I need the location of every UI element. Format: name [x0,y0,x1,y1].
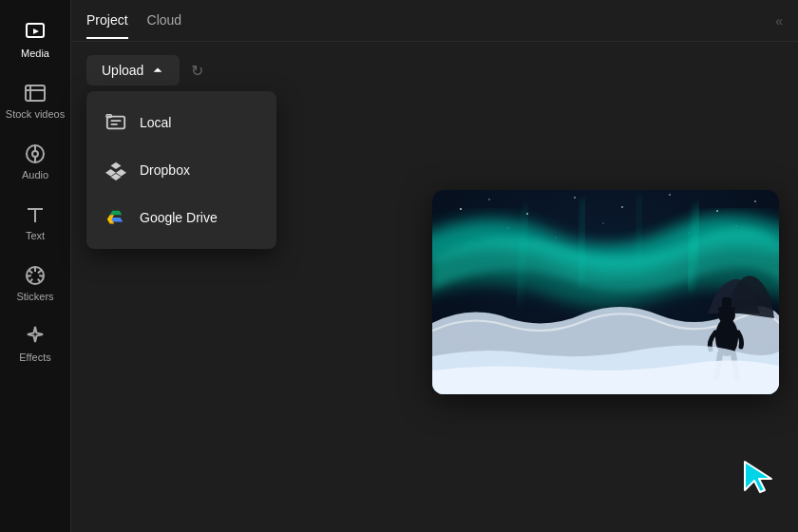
sidebar-item-media-label: Media [21,48,49,59]
svg-point-27 [574,197,576,199]
sidebar-item-effects[interactable]: Effects [0,314,70,374]
svg-point-28 [621,206,623,208]
sidebar-item-text-label: Text [26,230,45,241]
svg-line-18 [29,271,33,274]
text-icon [24,203,47,226]
tabs-bar: Project Cloud « [71,0,798,42]
tab-project[interactable]: Project [86,3,128,39]
effects-icon [24,325,47,348]
sidebar-item-audio-label: Audio [22,169,48,180]
svg-rect-21 [111,124,118,125]
svg-rect-2 [26,86,45,101]
chevron-up-icon [151,64,164,77]
svg-marker-1 [33,28,39,34]
sidebar-item-effects-label: Effects [19,352,50,363]
sidebar: Media Stock videos Audio T [0,0,71,532]
dropdown-dropbox-label: Dropbox [140,162,190,178]
cursor-arrow-icon [739,458,777,496]
upload-section: Upload ↻ Local [71,42,798,99]
dropdown-item-google-drive[interactable]: Google Drive [86,194,276,241]
svg-line-13 [38,271,42,274]
stock-videos-icon [24,82,47,104]
sidebar-item-audio[interactable]: Audio [0,131,70,192]
sidebar-item-stickers[interactable]: Stickers [0,253,70,314]
aurora-image [432,190,779,394]
media-icon [24,21,47,44]
stickers-icon [24,264,47,287]
sidebar-item-stickers-label: Stickers [16,291,53,302]
google-drive-icon [105,207,126,228]
svg-point-24 [460,208,462,210]
audio-icon [24,142,47,165]
svg-line-15 [38,279,41,283]
svg-point-33 [602,222,603,223]
upload-dropdown-menu: Local Dropbox Google Drive [86,91,276,249]
svg-point-25 [488,199,490,200]
refresh-icon[interactable]: ↻ [191,62,203,80]
upload-button[interactable]: Upload [86,55,180,86]
app-container: Media Stock videos Audio T [0,0,798,532]
dropdown-item-local[interactable]: Local [86,99,276,146]
svg-line-14 [39,276,44,276]
svg-point-30 [716,210,718,212]
collapse-icon[interactable]: « [775,13,783,28]
tabs-left: Project Cloud [86,3,181,39]
svg-point-6 [32,151,38,157]
svg-point-31 [754,200,756,202]
dropdown-google-drive-label: Google Drive [140,210,218,225]
sidebar-item-media[interactable]: Media [0,10,70,70]
svg-rect-19 [107,117,124,129]
local-icon [105,112,126,133]
svg-rect-20 [111,120,122,122]
tab-cloud[interactable]: Cloud [147,3,182,39]
aurora-canvas-svg [432,190,779,394]
dropbox-icon [105,160,126,180]
dropdown-item-dropbox[interactable]: Dropbox [86,146,276,194]
sidebar-item-stock-videos-label: Stock videos [6,108,65,120]
svg-rect-45 [722,297,732,309]
svg-point-29 [669,194,671,196]
cursor-arrow [739,458,777,496]
svg-line-16 [29,279,32,283]
sidebar-item-stock-videos[interactable]: Stock videos [0,70,70,131]
svg-marker-46 [745,462,771,492]
svg-line-17 [27,276,31,276]
dropdown-local-label: Local [140,115,171,130]
sidebar-item-text[interactable]: Text [0,192,70,253]
